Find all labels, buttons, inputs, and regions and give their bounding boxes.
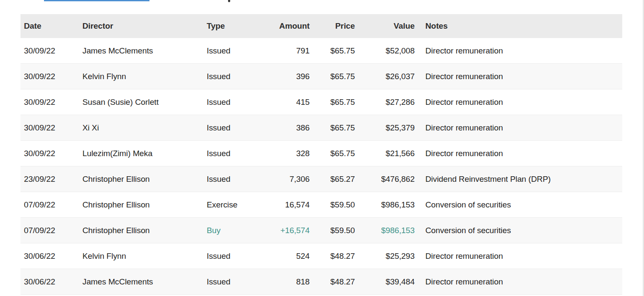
cell-director: Kelvin Flynn	[79, 243, 203, 269]
cell-notes: Director remuneration	[418, 64, 622, 89]
cell-price: $65.75	[313, 89, 358, 115]
column-header-value: Value	[358, 14, 418, 38]
cell-director: Kelvin Flynn	[79, 64, 203, 89]
cell-type: Exercise	[203, 192, 248, 218]
table-row: 30/09/22Kelvin FlynnIssued396$65.75$26,0…	[20, 64, 622, 89]
cell-price: $59.50	[313, 218, 358, 243]
cell-notes: Conversion of securities	[418, 192, 622, 218]
table-row: 07/09/22Christopher EllisonBuy+16,574$59…	[20, 218, 622, 243]
cell-price: $59.50	[313, 192, 358, 218]
cell-notes: Director remuneration	[418, 141, 622, 166]
cell-amount: 16,574	[248, 192, 313, 218]
cell-type: Issued	[203, 89, 248, 115]
table-header-row: DateDirectorTypeAmountPriceValueNotes	[20, 14, 622, 38]
cell-notes: Director remuneration	[418, 38, 622, 64]
cell-value: $27,286	[358, 89, 418, 115]
cutoff-link-underline[interactable]	[44, 0, 149, 1]
table-row: 30/09/22James McClementsIssued791$65.75$…	[20, 38, 622, 64]
cell-director: Lulezim(Zimi) Meka	[79, 141, 203, 166]
column-header-amount: Amount	[248, 14, 313, 38]
cell-value: $25,379	[358, 115, 418, 141]
cell-value: $26,037	[358, 64, 418, 89]
column-header-director: Director	[79, 14, 203, 38]
cell-director: Christopher Ellison	[79, 218, 203, 243]
column-header-notes: Notes	[418, 14, 622, 38]
cell-amount: 396	[248, 64, 313, 89]
cell-date: 30/06/22	[20, 269, 79, 295]
cell-type: Issued	[203, 269, 248, 295]
table-row: 23/09/22Christopher EllisonIssued7,306$6…	[20, 166, 622, 192]
cell-notes: Director remuneration	[418, 269, 622, 295]
cell-amount: 818	[248, 269, 313, 295]
cell-director: Xi Xi	[79, 115, 203, 141]
column-header-price: Price	[313, 14, 358, 38]
cell-notes: Dividend Reinvestment Plan (DRP)	[418, 166, 622, 192]
cell-price: $65.75	[313, 115, 358, 141]
cell-price: $48.27	[313, 243, 358, 269]
cell-value: $476,862	[358, 166, 418, 192]
cell-amount: 7,306	[248, 166, 313, 192]
cell-amount: 415	[248, 89, 313, 115]
cell-notes: Director remuneration	[418, 89, 622, 115]
cell-price: $65.75	[313, 141, 358, 166]
cell-price: $65.27	[313, 166, 358, 192]
cell-director: Christopher Ellison	[79, 166, 203, 192]
cell-notes: Director remuneration	[418, 115, 622, 141]
cell-director: Christopher Ellison	[79, 192, 203, 218]
cell-type: Issued	[203, 243, 248, 269]
director-transactions-table-wrap: DateDirectorTypeAmountPriceValueNotes 30…	[20, 14, 622, 295]
cell-date: 23/09/22	[20, 166, 79, 192]
cell-director: James McClements	[79, 269, 203, 295]
cell-notes: Director remuneration	[418, 243, 622, 269]
cell-date: 30/09/22	[20, 38, 79, 64]
table-row: 30/06/22Kelvin FlynnIssued524$48.27$25,2…	[20, 243, 622, 269]
cell-amount: 328	[248, 141, 313, 166]
cell-value: $986,153	[358, 192, 418, 218]
cell-director: Susan (Susie) Corlett	[79, 89, 203, 115]
cell-price: $65.75	[313, 64, 358, 89]
cell-type: Buy	[203, 218, 248, 243]
cell-amount: 386	[248, 115, 313, 141]
cell-date: 30/09/22	[20, 141, 79, 166]
cell-amount: 791	[248, 38, 313, 64]
table-header: DateDirectorTypeAmountPriceValueNotes	[20, 14, 622, 38]
table-row: 30/09/22Susan (Susie) CorlettIssued415$6…	[20, 89, 622, 115]
cell-notes: Conversion of securities	[418, 218, 622, 243]
cell-date: 30/09/22	[20, 89, 79, 115]
cell-type: Issued	[203, 64, 248, 89]
cell-date: 30/09/22	[20, 115, 79, 141]
column-header-type: Type	[203, 14, 248, 38]
cell-price: $65.75	[313, 38, 358, 64]
cell-value: $39,484	[358, 269, 418, 295]
cell-type: Issued	[203, 38, 248, 64]
table-row: 30/06/22James McClementsIssued818$48.27$…	[20, 269, 622, 295]
cell-date: 30/09/22	[20, 64, 79, 89]
cell-amount: +16,574	[248, 218, 313, 243]
cell-value: $52,008	[358, 38, 418, 64]
cell-date: 07/09/22	[20, 192, 79, 218]
cell-type: Issued	[203, 115, 248, 141]
cell-type: Issued	[203, 141, 248, 166]
cell-director: James McClements	[79, 38, 203, 64]
table-row: 30/09/22Xi XiIssued386$65.75$25,379Direc…	[20, 115, 622, 141]
cell-value: $25,293	[358, 243, 418, 269]
cell-amount: 524	[248, 243, 313, 269]
cell-type: Issued	[203, 166, 248, 192]
cell-value: $21,566	[358, 141, 418, 166]
page: DateDirectorTypeAmountPriceValueNotes 30…	[0, 0, 644, 296]
cutoff-text-fragment	[228, 0, 230, 2]
cell-date: 07/09/22	[20, 218, 79, 243]
column-header-date: Date	[20, 14, 79, 38]
table-row: 30/09/22Lulezim(Zimi) MekaIssued328$65.7…	[20, 141, 622, 166]
transactions-body: 30/09/22James McClementsIssued791$65.75$…	[20, 38, 622, 295]
cell-price: $48.27	[313, 269, 358, 295]
director-transactions-table: DateDirectorTypeAmountPriceValueNotes 30…	[20, 14, 622, 295]
table-row: 07/09/22Christopher EllisonExercise16,57…	[20, 192, 622, 218]
cell-value: $986,153	[358, 218, 418, 243]
cell-date: 30/06/22	[20, 243, 79, 269]
